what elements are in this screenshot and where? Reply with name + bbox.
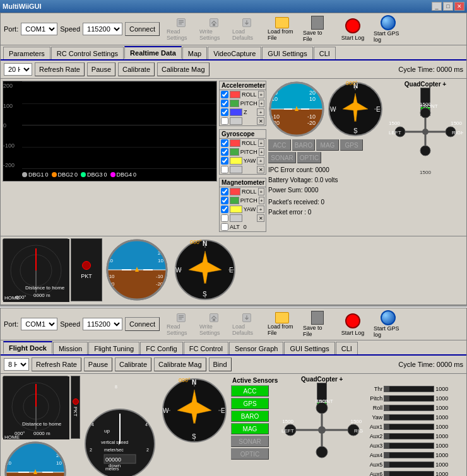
accel-x-color bbox=[230, 117, 242, 125]
gyro-roll-btn[interactable]: + bbox=[258, 139, 264, 147]
write-settings-btn[interactable]: Write Settings bbox=[198, 15, 230, 43]
sensor-gps-btn[interactable]: GPS bbox=[231, 398, 269, 409]
start-gps-log-btn[interactable]: Start GPS log bbox=[372, 15, 405, 43]
sensor-sonar-btn[interactable]: SONAR bbox=[231, 436, 269, 447]
tab-cli-bot[interactable]: CLI bbox=[336, 342, 358, 354]
freq-select-bot[interactable]: 8 Hz bbox=[4, 358, 29, 371]
tab-map[interactable]: Map bbox=[182, 47, 207, 59]
calibrate-mag-btn-top[interactable]: Calibrate Mag bbox=[157, 62, 209, 76]
bot-ch-thr: Thr 1000 bbox=[365, 385, 454, 393]
gps-btn[interactable]: GPS bbox=[340, 139, 363, 151]
close-btn[interactable]: ✕ bbox=[454, 2, 464, 11]
minimize-btn[interactable]: _ bbox=[432, 2, 442, 11]
tab-flight-dock[interactable]: Flight Dock bbox=[3, 341, 52, 354]
tab-realtime-data[interactable]: Realtime Data bbox=[124, 46, 182, 59]
start-log-btn[interactable]: Start Log bbox=[336, 15, 369, 43]
packets-received: Packet's received: 0 bbox=[268, 197, 386, 207]
refresh-rate-btn-top[interactable]: Refresh Rate bbox=[35, 62, 85, 76]
tab-gui-settings-bot[interactable]: GUI Settings bbox=[284, 342, 334, 354]
start-log-btn-bot[interactable]: Start Log bbox=[336, 310, 369, 338]
sonar-btn[interactable]: SONAR bbox=[268, 152, 296, 163]
save-to-file-btn[interactable]: Save to File bbox=[301, 15, 334, 43]
speed-select-bot[interactable]: 115200 bbox=[83, 318, 122, 330]
load-defaults-btn-bot[interactable]: Load Defaults bbox=[230, 310, 263, 338]
bot-quad-top-val: 1500 bbox=[316, 398, 328, 404]
graph-container: 200 100 0 -100 -200 DBG1 0 bbox=[3, 81, 217, 234]
dbg1-dot bbox=[22, 172, 27, 177]
mag-pitch-row: PITCH + bbox=[220, 196, 266, 205]
accel-x-check[interactable] bbox=[221, 117, 228, 125]
tab-cli[interactable]: CLI bbox=[314, 47, 336, 59]
connect-button[interactable]: Connect bbox=[125, 22, 160, 36]
accel-z-plus-btn[interactable]: + bbox=[257, 108, 264, 116]
tab-mission[interactable]: Mission bbox=[53, 342, 88, 354]
mag-roll-check[interactable] bbox=[221, 188, 228, 195]
gyro-roll-check[interactable] bbox=[221, 139, 228, 147]
refresh-rate-btn-bot[interactable]: Refresh Rate bbox=[32, 357, 81, 371]
tab-flight-tuning[interactable]: Flight Tuning bbox=[88, 342, 139, 354]
calibrate-mag-btn-bot[interactable]: Calibrate Mag bbox=[154, 357, 206, 371]
bot-ch-aux6: Aux6 1000 bbox=[365, 470, 454, 476]
tab-videocapture[interactable]: VideoCapture bbox=[208, 47, 261, 59]
save-to-file-btn-bot[interactable]: Save to File bbox=[301, 310, 334, 338]
accel-pitch-check[interactable] bbox=[221, 100, 228, 107]
calibrate-btn-bot[interactable]: Calibrate bbox=[115, 357, 151, 371]
sensor-mag-btn[interactable]: MAG bbox=[231, 423, 269, 434]
gyro-yaw-btn[interactable]: + bbox=[257, 157, 264, 165]
sensor-baro-btn[interactable]: BARO bbox=[231, 410, 269, 422]
mag-yaw-btn[interactable]: + bbox=[257, 206, 264, 213]
tab-rc-control[interactable]: RC Control Settings bbox=[51, 47, 124, 59]
pause-btn-top[interactable]: Pause bbox=[87, 62, 115, 76]
mag-yaw-check[interactable] bbox=[221, 206, 228, 213]
accel-z-color bbox=[230, 108, 242, 116]
freq-select-top[interactable]: 20 Hz bbox=[4, 63, 32, 76]
read-settings-btn[interactable]: Read Settings bbox=[165, 15, 198, 43]
mag-x-check[interactable] bbox=[221, 214, 228, 222]
pkt-led bbox=[82, 261, 91, 270]
sensor-acc-btn[interactable]: ACC bbox=[231, 385, 269, 397]
port-select[interactable]: COM1COM2COM3 bbox=[21, 23, 57, 35]
gyro-pitch-btn[interactable]: + bbox=[259, 148, 264, 156]
tab-sensor-graph[interactable]: Sensor Graph bbox=[229, 342, 283, 354]
mag-x-btn[interactable]: ✕ bbox=[257, 214, 264, 222]
port-select-bot[interactable]: COM1COM2COM3 bbox=[21, 318, 57, 330]
read-settings-btn-bot[interactable]: Read Settings bbox=[165, 310, 198, 338]
gyro-x-btn[interactable]: ✕ bbox=[257, 166, 264, 173]
load-from-file-btn[interactable]: Load from File bbox=[266, 15, 299, 43]
tab-gui-settings[interactable]: GUI Settings bbox=[262, 47, 312, 59]
y-axis-labels: 200 100 0 -100 -200 bbox=[3, 81, 21, 170]
optic-btn[interactable]: OPTIC bbox=[297, 152, 321, 163]
baro-btn[interactable]: BARO bbox=[292, 139, 315, 151]
mag-pitch-check[interactable] bbox=[221, 197, 228, 204]
bind-btn[interactable]: Bind bbox=[209, 357, 232, 371]
accel-x-btn[interactable]: ✕ bbox=[257, 117, 264, 125]
load-from-file-btn-bot[interactable]: Load from File bbox=[266, 310, 299, 338]
write-settings-btn-bot[interactable]: Write Settings bbox=[198, 310, 230, 338]
tab-fc-config[interactable]: FC Config bbox=[140, 342, 183, 354]
gyro-yaw-check[interactable] bbox=[221, 157, 228, 165]
start-gps-log-btn-bot[interactable]: Start GPS log bbox=[372, 310, 405, 338]
calibrate-btn-top[interactable]: Calibrate bbox=[118, 62, 155, 76]
mag-roll-btn[interactable]: + bbox=[258, 188, 264, 195]
maximize-btn[interactable]: □ bbox=[443, 2, 453, 11]
gyro-x-check[interactable] bbox=[221, 166, 228, 173]
alt-check[interactable] bbox=[221, 223, 228, 231]
accel-z-check[interactable] bbox=[221, 108, 228, 116]
speed-select[interactable]: 115200576009600 bbox=[83, 23, 122, 35]
connect-button-bot[interactable]: Connect bbox=[125, 317, 160, 331]
tab-parameters[interactable]: Parameters bbox=[3, 47, 50, 59]
load-defaults-btn[interactable]: Load Defaults bbox=[230, 15, 263, 43]
alt-value: 0 bbox=[244, 224, 247, 230]
mag-status-btn[interactable]: MAG bbox=[316, 139, 339, 151]
accel-roll-btn[interactable]: + bbox=[258, 91, 264, 98]
svg-rect-1 bbox=[179, 20, 184, 21]
gyro-pitch-check[interactable] bbox=[221, 148, 228, 156]
accel-roll-check[interactable] bbox=[221, 91, 228, 98]
pc-error-text: IPC Error count: 0000 bbox=[268, 165, 386, 175]
acc-btn[interactable]: ACC bbox=[268, 139, 291, 151]
sensor-optic-btn[interactable]: OPTIC bbox=[231, 448, 269, 460]
tab-fc-control[interactable]: FC Control bbox=[184, 342, 228, 354]
accel-pitch-btn[interactable]: + bbox=[259, 100, 264, 107]
pause-btn-bot[interactable]: Pause bbox=[84, 357, 112, 371]
mag-pitch-btn[interactable]: + bbox=[259, 197, 264, 204]
